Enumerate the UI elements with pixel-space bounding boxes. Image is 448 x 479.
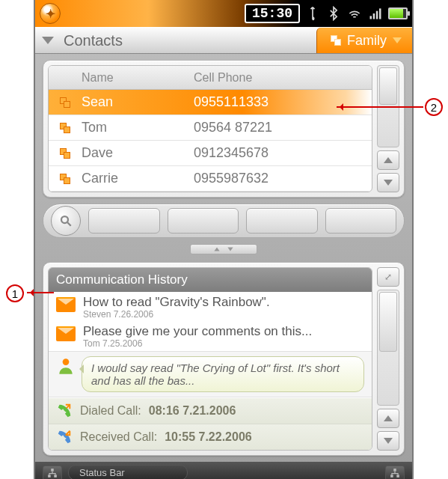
svg-rect-3 <box>379 8 381 19</box>
svg-rect-10 <box>390 475 393 478</box>
search-button[interactable] <box>51 206 81 236</box>
svg-rect-8 <box>54 475 57 478</box>
contact-row[interactable]: Carrie 0955987632 <box>49 166 372 192</box>
bottom-button-right[interactable] <box>385 466 405 479</box>
chevron-down-icon <box>384 180 393 186</box>
message-subject: Please give me your comments on this... <box>83 324 312 339</box>
toolbar-button-2[interactable] <box>168 208 239 234</box>
chat-bubble-item[interactable]: I would say read "The Crying of Lot" fir… <box>49 351 372 397</box>
toolbar-button-4[interactable] <box>325 208 397 234</box>
sitemap-icon <box>390 468 400 478</box>
scrollbar-track[interactable] <box>377 290 399 406</box>
contact-row[interactable]: Dave 0912345678 <box>49 141 372 166</box>
category-label: Family <box>347 33 387 49</box>
contact-group-icon <box>60 123 70 133</box>
person-icon <box>56 356 76 376</box>
envelope-icon <box>56 297 76 312</box>
svg-rect-2 <box>376 11 378 19</box>
message-item[interactable]: Please give me your comments on this... … <box>49 321 372 350</box>
device-frame: ✦ 15:30 Contacts Family Name Cell Phone <box>34 0 414 479</box>
wifi-icon <box>346 6 363 21</box>
annotation-1-arrow <box>27 292 54 293</box>
column-headers: Name Cell Phone <box>49 66 372 90</box>
phone-in-icon <box>56 429 73 445</box>
search-icon <box>59 214 73 228</box>
signal-icon <box>367 6 384 21</box>
call-time: 08:16 7.21.2006 <box>149 404 236 418</box>
history-title: Communication History <box>49 268 372 292</box>
bottom-button-left[interactable] <box>43 466 62 479</box>
contacts-list: Name Cell Phone Sean 0955111333 Tom 0956… <box>48 65 372 192</box>
toolbar-button-1[interactable] <box>88 208 160 234</box>
chevron-down-icon <box>227 248 233 251</box>
message-item[interactable]: How to read "Gravity's Rainbow". Steven … <box>49 292 372 321</box>
svg-rect-1 <box>373 13 375 19</box>
bottom-bar: Status Bar <box>35 462 412 479</box>
phone-out-icon <box>56 403 73 419</box>
history-list: Communication History How to read "Gravi… <box>48 267 372 451</box>
scrollbar-thumb[interactable] <box>379 292 397 352</box>
clock: 15:30 <box>245 4 300 23</box>
svg-rect-11 <box>396 475 399 478</box>
contact-group-icon <box>60 174 70 184</box>
page-title: Contacts <box>61 32 316 49</box>
status-bar-label: Status Bar <box>68 465 188 479</box>
contact-name: Tom <box>82 120 194 135</box>
history-scrollbar: ⤢ <box>377 267 399 451</box>
svg-rect-0 <box>370 16 372 19</box>
scroll-down-button[interactable] <box>377 173 399 192</box>
call-label: Received Call: <box>80 430 157 444</box>
contact-phone: 0912345678 <box>194 145 372 161</box>
chevron-up-icon <box>384 157 393 163</box>
header-bar: Contacts Family <box>35 27 412 54</box>
category-icon <box>331 35 341 46</box>
envelope-icon <box>56 326 76 341</box>
scroll-up-button[interactable] <box>377 150 399 170</box>
contacts-panel: Name Cell Phone Sean 0955111333 Tom 0956… <box>43 60 405 198</box>
contact-row[interactable]: Sean 0955111333 <box>49 90 372 115</box>
call-log-item[interactable]: Dialed Call: 08:16 7.21.2006 <box>49 397 372 424</box>
scroll-down-button[interactable] <box>377 431 399 451</box>
chat-bubble-text: I would say read "The Crying of Lot" fir… <box>82 356 364 392</box>
svg-rect-7 <box>48 475 51 478</box>
app-logo-icon[interactable]: ✦ <box>40 3 61 24</box>
call-label: Dialed Call: <box>80 404 141 418</box>
chevron-down-icon <box>42 37 54 44</box>
svg-rect-6 <box>51 469 54 472</box>
chevron-up-icon <box>214 248 219 251</box>
scroll-up-button[interactable] <box>377 409 399 428</box>
chevron-up-icon <box>384 415 393 421</box>
contacts-scrollbar <box>377 65 399 192</box>
expand-button[interactable]: ⤢ <box>377 267 399 287</box>
annotation-1: 1 <box>6 284 24 302</box>
contact-name: Dave <box>82 145 194 161</box>
chevron-down-icon <box>384 438 393 444</box>
usb-icon <box>304 6 321 21</box>
toolbar <box>43 204 405 238</box>
contact-group-icon <box>60 97 70 108</box>
call-log-item[interactable]: Received Call: 10:55 7.22.2006 <box>49 424 372 450</box>
message-subject: How to read "Gravity's Rainbow". <box>83 295 270 310</box>
col-name[interactable]: Name <box>82 71 194 85</box>
col-phone[interactable]: Cell Phone <box>194 71 372 85</box>
svg-rect-9 <box>393 469 396 472</box>
status-bar: ✦ 15:30 <box>35 0 412 27</box>
annotation-2: 2 <box>425 98 443 116</box>
scrollbar-thumb[interactable] <box>379 67 397 105</box>
toolbar-button-3[interactable] <box>246 208 318 234</box>
message-meta: Steven 7.26.2006 <box>83 310 270 320</box>
annotation-2-arrow <box>337 106 423 108</box>
sitemap-icon <box>47 468 58 478</box>
bluetooth-icon <box>325 6 342 21</box>
svg-point-4 <box>61 216 68 223</box>
contact-phone: 0955987632 <box>194 171 372 186</box>
view-dropdown[interactable] <box>35 37 61 44</box>
chevron-down-icon <box>393 37 402 43</box>
svg-point-5 <box>63 359 70 365</box>
message-meta: Tom 7.25.2006 <box>83 339 312 350</box>
pane-divider[interactable] <box>43 241 405 257</box>
category-tab[interactable]: Family <box>316 28 412 53</box>
history-panel: Communication History How to read "Gravi… <box>43 262 405 456</box>
contact-row[interactable]: Tom 09564 87221 <box>49 115 372 141</box>
contact-group-icon <box>60 148 70 159</box>
